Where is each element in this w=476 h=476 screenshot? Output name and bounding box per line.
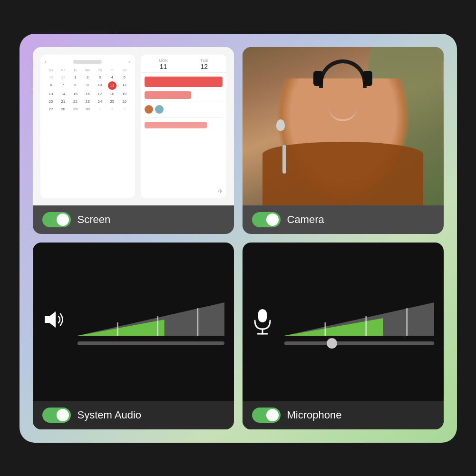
camera-card: Camera	[243, 47, 444, 234]
cal-dow: Mo	[57, 67, 69, 73]
schedule-line	[145, 117, 223, 118]
cal-day[interactable]: 1	[94, 106, 106, 113]
microphone-label: Microphone	[287, 409, 342, 421]
cal-dow: Tu	[69, 67, 81, 73]
cal-day[interactable]: 17	[94, 90, 106, 97]
cal-day[interactable]: 4	[106, 74, 118, 81]
cal-day[interactable]: 15	[69, 90, 81, 97]
cal-dow: We	[82, 67, 94, 73]
cal-day[interactable]: 31	[57, 74, 69, 81]
cal-day[interactable]: 9	[82, 81, 94, 90]
camera-toggle-bar: Camera	[243, 205, 444, 234]
screen-card: ‹ › Su Mo Tu We Th Fr Sa 30 31 1 2 3	[33, 47, 234, 234]
cal-day[interactable]: 28	[57, 106, 69, 113]
svg-marker-0	[45, 311, 56, 328]
cal-day-today[interactable]: 11	[108, 81, 117, 90]
schedule-line	[145, 89, 223, 89]
cal-day[interactable]: 12	[118, 81, 130, 90]
schedule-line	[145, 101, 223, 101]
cal-day[interactable]: 22	[69, 98, 81, 105]
cal-day[interactable]: 5	[118, 74, 130, 81]
cal-day[interactable]: 6	[45, 81, 57, 90]
screen-toggle-bar: Screen	[33, 205, 234, 234]
cal-dow: Fr	[106, 67, 118, 73]
cal-day[interactable]: 26	[118, 98, 130, 105]
cal-day[interactable]: 1	[69, 74, 81, 81]
camera-toggle-knob	[266, 214, 279, 226]
camera-label: Camera	[287, 214, 324, 226]
schedule-event-sm	[145, 91, 191, 99]
cal-dow: Sa	[118, 67, 130, 73]
schedule-event	[145, 77, 223, 87]
cal-day[interactable]: 25	[106, 98, 118, 105]
cal-day[interactable]: 19	[118, 90, 130, 97]
microphone-toggle[interactable]	[252, 408, 281, 423]
mic-content	[243, 243, 444, 401]
system-audio-card: System Audio	[33, 243, 234, 429]
cal-day[interactable]: 2	[106, 106, 118, 113]
cal-day[interactable]: 3	[118, 106, 130, 113]
screen-label: Screen	[78, 214, 111, 226]
cal-day[interactable]: 30	[45, 74, 57, 81]
microphone-card: Microphone	[243, 243, 444, 429]
cal-dow: Su	[45, 67, 57, 73]
audio-content	[33, 243, 234, 401]
cal-day[interactable]: 30	[82, 106, 94, 113]
outer-container: ‹ › Su Mo Tu We Th Fr Sa 30 31 1 2 3	[19, 34, 457, 443]
cal-day[interactable]: 13	[45, 90, 57, 97]
svg-rect-6	[258, 309, 267, 322]
microphone-icon	[252, 308, 273, 335]
cal-title	[73, 60, 102, 64]
microphone-toggle-knob	[266, 409, 279, 421]
camera-preview	[243, 47, 444, 205]
cal-day[interactable]: 10	[94, 81, 106, 90]
mic-meter	[284, 298, 434, 345]
cal-day[interactable]: 18	[106, 90, 118, 97]
system-audio-toggle[interactable]	[42, 408, 71, 423]
cal-day[interactable]: 20	[45, 98, 57, 105]
audio-meter	[78, 298, 224, 345]
cal-day[interactable]: 14	[57, 90, 69, 97]
cal-day[interactable]: 23	[82, 98, 94, 105]
screen-toggle[interactable]	[42, 212, 71, 227]
schedule-day-2: TUE 12	[200, 58, 208, 70]
cal-next[interactable]: ›	[129, 59, 130, 64]
cal-day[interactable]: 3	[94, 74, 106, 81]
cal-day[interactable]: 7	[57, 81, 69, 90]
microphone-toggle-bar: Microphone	[243, 401, 444, 429]
cal-day[interactable]: 2	[82, 74, 94, 81]
cal-day[interactable]: 27	[45, 106, 57, 113]
screen-preview: ‹ › Su Mo Tu We Th Fr Sa 30 31 1 2 3	[33, 47, 234, 205]
camera-toggle[interactable]	[252, 212, 281, 227]
cal-day[interactable]: 21	[57, 98, 69, 105]
mini-schedule: MON 11 TUE 12	[141, 55, 226, 198]
screen-toggle-knob	[57, 214, 69, 226]
cal-day[interactable]: 24	[94, 98, 106, 105]
cal-prev[interactable]: ‹	[45, 59, 47, 64]
schedule-day-1: MON 11	[159, 58, 168, 70]
system-audio-toggle-bar: System Audio	[33, 401, 234, 429]
cal-day[interactable]: 29	[69, 106, 81, 113]
cal-dow: Th	[94, 67, 106, 73]
system-audio-label: System Audio	[78, 409, 142, 421]
mini-calendar: ‹ › Su Mo Tu We Th Fr Sa 30 31 1 2 3	[40, 55, 136, 198]
speaker-icon	[42, 308, 66, 336]
cal-day[interactable]: 16	[82, 90, 94, 97]
cal-day[interactable]: 8	[69, 81, 81, 90]
system-audio-toggle-knob	[57, 409, 69, 421]
